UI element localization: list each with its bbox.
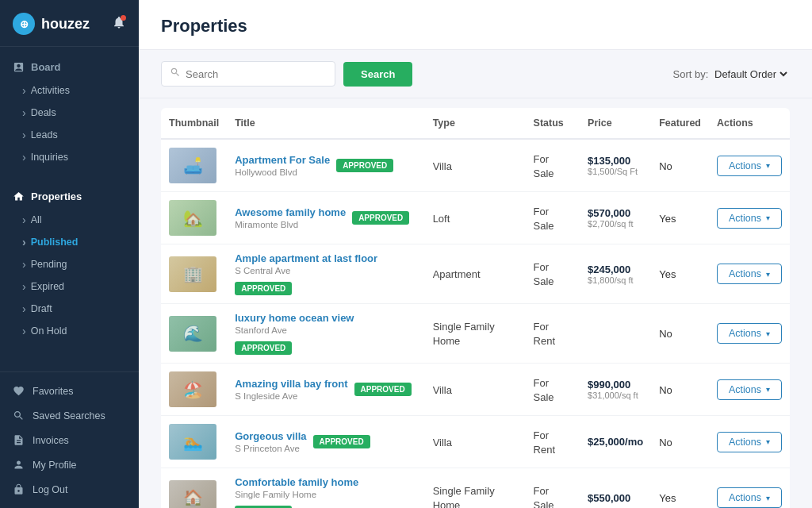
property-status: For Rent xyxy=(534,429,555,456)
price-sub: $1,800/sq ft xyxy=(588,275,643,285)
status-badge: Approved xyxy=(354,383,412,396)
table-row: 🏊 Gorgeous villa S Princeton Ave Approve… xyxy=(161,416,790,468)
price-main: $245,000 xyxy=(588,264,643,275)
property-title[interactable]: Apartment For Sale xyxy=(235,154,330,166)
property-title[interactable]: luxury home ocean view xyxy=(235,312,354,324)
cell-actions: Actions ▾ xyxy=(709,468,790,509)
search-button[interactable]: Search xyxy=(343,62,412,87)
property-title[interactable]: Gorgeous villa xyxy=(235,430,306,442)
cell-type: Single Family Home xyxy=(425,304,526,364)
favorites-link[interactable]: Favorites xyxy=(0,379,139,403)
thumbnail-image: 🏖️ xyxy=(169,371,216,407)
property-status: For Rent xyxy=(534,321,555,347)
sidebar-item-leads[interactable]: Leads xyxy=(0,124,139,146)
sort-select[interactable]: Default Order xyxy=(711,67,790,81)
cell-price: $135,000 $1,500/Sq Ft xyxy=(580,139,651,192)
log-out-label: Log Out xyxy=(33,484,67,495)
cell-status: For Sale xyxy=(526,468,580,509)
sidebar-item-deals[interactable]: Deals xyxy=(0,102,139,124)
status-badge: Approved xyxy=(336,159,393,172)
actions-button[interactable]: Actions ▾ xyxy=(717,379,782,400)
saved-searches-link[interactable]: Saved Searches xyxy=(0,403,139,428)
thumbnail-image: 🏡 xyxy=(169,200,216,236)
search-field-wrap xyxy=(161,61,335,87)
sidebar-item-on-hold[interactable]: On Hold xyxy=(0,320,139,342)
board-label: Board xyxy=(31,61,61,73)
table-row: 🏢 Ample apartment at last floor S Centra… xyxy=(161,244,790,304)
property-title[interactable]: Comfortable family home xyxy=(235,476,358,488)
status-badge: Approved xyxy=(352,211,409,225)
thumbnail-image: 🛋️ xyxy=(169,148,216,183)
actions-button[interactable]: Actions ▾ xyxy=(717,156,782,176)
cell-thumbnail: 🏊 xyxy=(161,416,227,468)
property-title[interactable]: Awesome family home xyxy=(235,206,346,218)
my-profile-label: My Profile xyxy=(33,460,77,471)
price-sub: $1,500/Sq Ft xyxy=(588,167,643,176)
my-profile-link[interactable]: My Profile xyxy=(0,452,139,477)
cell-status: For Sale xyxy=(526,139,580,192)
cell-status: For Rent xyxy=(526,304,580,364)
featured-value: Yes xyxy=(659,492,676,504)
cell-thumbnail: 🏡 xyxy=(161,192,227,244)
price-sub: $31,000/sq ft xyxy=(588,391,643,400)
cell-price: $990,000 $31,000/sq ft xyxy=(580,364,651,416)
cell-price: $550,000 xyxy=(580,468,651,509)
actions-button[interactable]: Actions ▾ xyxy=(717,323,782,344)
table-row: 🛋️ Apartment For Sale Hollywood Blvd App… xyxy=(161,139,790,192)
actions-button[interactable]: Actions ▾ xyxy=(717,487,782,508)
table-row: 🏠 Comfortable family home Single Family … xyxy=(161,468,790,509)
chevron-down-icon: ▾ xyxy=(766,329,770,338)
property-title[interactable]: Ample apartment at last floor xyxy=(235,252,377,264)
invoices-label: Invoices xyxy=(33,435,69,446)
thumbnail-image: 🏠 xyxy=(169,480,216,509)
property-address: S Central Ave xyxy=(235,266,377,275)
price-main: $550,000 xyxy=(588,492,643,504)
cell-status: For Sale xyxy=(526,244,580,304)
featured-value: Yes xyxy=(659,268,676,280)
cell-type: Villa xyxy=(425,364,526,416)
cell-price xyxy=(580,304,651,364)
actions-button[interactable]: Actions ▾ xyxy=(717,264,782,284)
sidebar-item-all[interactable]: All xyxy=(0,209,139,231)
properties-group[interactable]: Properties xyxy=(0,184,139,209)
table-wrap: Thumbnail Title Type Status Price Featur… xyxy=(139,98,812,508)
cell-thumbnail: 🛋️ xyxy=(161,139,227,192)
notification-bell[interactable] xyxy=(112,15,126,33)
sidebar-item-pending[interactable]: Pending xyxy=(0,253,139,275)
search-input[interactable] xyxy=(186,68,327,80)
actions-button[interactable]: Actions ▾ xyxy=(717,432,782,452)
cell-featured: Yes xyxy=(651,192,709,244)
log-out-link[interactable]: Log Out xyxy=(0,477,139,502)
property-status: For Sale xyxy=(534,206,554,232)
chevron-down-icon: ▾ xyxy=(766,385,770,394)
logo-area: ⊕ houzez xyxy=(0,0,139,47)
invoices-link[interactable]: Invoices xyxy=(0,428,139,452)
actions-button[interactable]: Actions ▾ xyxy=(717,208,782,229)
featured-value: No xyxy=(659,160,672,172)
status-badge: Approved xyxy=(235,341,292,355)
cell-title: luxury home ocean view Stanford Ave Appr… xyxy=(227,304,424,364)
sidebar-item-published[interactable]: Published xyxy=(0,231,139,253)
cell-featured: No xyxy=(651,304,709,364)
property-address: S Princeton Ave xyxy=(235,444,306,453)
notification-dot xyxy=(121,15,126,21)
cell-status: For Rent xyxy=(526,416,580,468)
property-status: For Sale xyxy=(534,153,554,179)
saved-searches-icon xyxy=(13,410,25,421)
cell-price: $570,000 $2,700/sq ft xyxy=(580,192,651,244)
cell-title: Comfortable family home Single Family Ho… xyxy=(227,468,424,509)
cell-featured: No xyxy=(651,416,709,468)
board-group[interactable]: Board xyxy=(0,55,139,79)
sidebar: ⊕ houzez Board Activities Deals Leads In… xyxy=(0,0,139,508)
sidebar-item-inquiries[interactable]: Inquiries xyxy=(0,146,139,168)
sidebar-item-expired[interactable]: Expired xyxy=(0,275,139,298)
chevron-down-icon: ▾ xyxy=(766,161,770,170)
table-row: 🏖️ Amazing villa bay front S Ingleside A… xyxy=(161,364,790,416)
sidebar-bottom: Favorites Saved Searches Invoices My Pro… xyxy=(0,371,139,508)
cell-title: Gorgeous villa S Princeton Ave Approved xyxy=(227,416,424,468)
col-status: Status xyxy=(526,108,580,139)
property-address: S Ingleside Ave xyxy=(235,391,347,401)
sidebar-item-draft[interactable]: Draft xyxy=(0,298,139,320)
property-title[interactable]: Amazing villa bay front xyxy=(235,378,347,390)
sidebar-item-activities[interactable]: Activities xyxy=(0,79,139,102)
